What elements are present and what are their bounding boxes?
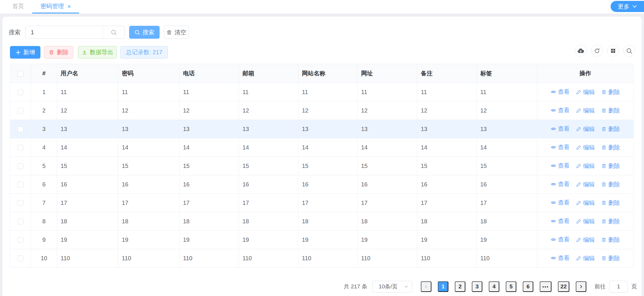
- goto-page-input[interactable]: [609, 281, 628, 292]
- row-checkbox[interactable]: [18, 182, 23, 188]
- page-size-select[interactable]: 10条/页: [373, 281, 412, 292]
- page-button-6[interactable]: 6: [523, 281, 533, 292]
- more-pages-button[interactable]: •••: [540, 281, 551, 292]
- delete-row-button[interactable]: 删除: [601, 236, 620, 244]
- table-row[interactable]: 51515151515151515查看编辑删除: [10, 157, 634, 175]
- row-checkbox-cell: [10, 120, 31, 138]
- row-checkbox[interactable]: [18, 237, 23, 243]
- edit-button[interactable]: 编辑: [576, 181, 595, 188]
- close-icon[interactable]: ×: [67, 3, 71, 9]
- clear-button-label: 清空: [175, 28, 186, 36]
- row-checkbox[interactable]: [18, 108, 23, 114]
- add-button[interactable]: 新增: [10, 46, 40, 59]
- delete-row-button[interactable]: 删除: [601, 181, 620, 188]
- page-button-4[interactable]: 4: [489, 281, 499, 292]
- more-button[interactable]: 更多: [611, 1, 644, 12]
- grid-view-button[interactable]: [607, 45, 619, 57]
- view-button[interactable]: 查看: [551, 88, 570, 96]
- download-icon: [82, 50, 87, 55]
- table-row[interactable]: 61616161616161616查看编辑删除: [10, 175, 634, 194]
- clear-button[interactable]: 清空: [164, 26, 189, 39]
- trash-icon: [601, 237, 607, 242]
- edit-button[interactable]: 编辑: [576, 144, 595, 152]
- table-cell: 11: [358, 83, 417, 101]
- view-button[interactable]: 查看: [551, 180, 570, 188]
- row-checkbox[interactable]: [18, 89, 23, 95]
- row-index: 7: [31, 194, 57, 212]
- search-button[interactable]: 搜索: [129, 26, 160, 39]
- table-row[interactable]: 11111111111111111查看编辑删除: [10, 83, 634, 101]
- table-row[interactable]: 81818181818181818查看编辑删除: [10, 212, 634, 231]
- row-index: 9: [31, 231, 57, 249]
- table-cell: 11: [239, 83, 298, 101]
- table-cell: 16: [358, 175, 417, 194]
- table-row[interactable]: 10110110110110110110110110查看编辑删除: [10, 249, 634, 268]
- view-button[interactable]: 查看: [551, 143, 570, 151]
- view-button[interactable]: 查看: [551, 199, 570, 207]
- row-checkbox[interactable]: [18, 163, 23, 169]
- table-cell: 11: [477, 83, 537, 101]
- trash-icon: [601, 89, 607, 95]
- row-checkbox[interactable]: [18, 219, 23, 224]
- delete-row-button[interactable]: 删除: [601, 144, 620, 152]
- row-checkbox[interactable]: [18, 200, 23, 206]
- table-row[interactable]: 71717171717171717查看编辑删除: [10, 194, 634, 212]
- edit-button[interactable]: 编辑: [576, 199, 595, 207]
- delete-row-button[interactable]: 删除: [601, 107, 620, 115]
- tab-home[interactable]: 首页: [4, 0, 32, 13]
- search-label: 搜索: [9, 28, 21, 36]
- next-page-button[interactable]: [576, 281, 586, 292]
- table-row[interactable]: 21212121212121212查看编辑删除: [10, 101, 634, 120]
- search-button-label: 搜索: [143, 28, 154, 36]
- edit-button[interactable]: 编辑: [576, 217, 595, 225]
- prev-page-button[interactable]: [421, 281, 431, 292]
- view-button[interactable]: 查看: [551, 125, 570, 133]
- table-row[interactable]: 41414141414141414查看编辑删除: [10, 138, 634, 157]
- page-button-22[interactable]: 22: [558, 281, 569, 292]
- delete-row-button[interactable]: 删除: [601, 217, 620, 225]
- row-checkbox[interactable]: [18, 256, 23, 261]
- delete-row-button[interactable]: 删除: [601, 125, 620, 133]
- table-cell: 19: [358, 231, 417, 249]
- delete-row-button[interactable]: 删除: [601, 162, 620, 170]
- view-button[interactable]: 查看: [551, 162, 570, 170]
- view-button[interactable]: 查看: [551, 106, 570, 114]
- edit-button[interactable]: 编辑: [576, 162, 595, 170]
- row-checkbox[interactable]: [18, 126, 23, 132]
- table-cell: 110: [477, 249, 537, 268]
- edit-button[interactable]: 编辑: [576, 254, 595, 262]
- view-button[interactable]: 查看: [551, 236, 570, 244]
- page-button-5[interactable]: 5: [506, 281, 516, 292]
- edit-button[interactable]: 编辑: [576, 107, 595, 115]
- input-search-icon-button[interactable]: [103, 26, 124, 38]
- row-checkbox[interactable]: [18, 145, 23, 151]
- eye-icon: [551, 237, 556, 242]
- edit-button[interactable]: 编辑: [576, 125, 595, 133]
- tab-password-management[interactable]: 密码管理 ×: [32, 0, 79, 13]
- edit-button[interactable]: 编辑: [576, 236, 595, 244]
- cloud-upload-button[interactable]: [575, 45, 587, 57]
- page-button-1[interactable]: 1: [438, 281, 448, 292]
- view-button[interactable]: 查看: [551, 254, 570, 262]
- trash-icon: [601, 256, 607, 261]
- page-button-3[interactable]: 3: [472, 281, 482, 292]
- delete-row-button[interactable]: 删除: [601, 199, 620, 207]
- table-cell: 14: [57, 138, 118, 157]
- search-icon: [134, 30, 140, 35]
- edit-button[interactable]: 编辑: [576, 88, 595, 96]
- delete-row-button[interactable]: 删除: [601, 254, 620, 262]
- page-button-2[interactable]: 2: [455, 281, 465, 292]
- table-cell: 110: [57, 249, 118, 268]
- delete-row-button[interactable]: 删除: [601, 88, 620, 96]
- select-all-checkbox[interactable]: [18, 71, 23, 77]
- search-input[interactable]: [25, 26, 103, 38]
- delete-button[interactable]: 删除: [44, 46, 73, 59]
- table-cell: 19: [477, 231, 537, 249]
- search-toggle-button[interactable]: [623, 45, 635, 57]
- view-button[interactable]: 查看: [551, 217, 570, 225]
- column-header-7: 备注: [417, 64, 477, 83]
- table-row[interactable]: 91919191919191919查看编辑删除: [10, 231, 634, 249]
- export-button[interactable]: 数据导出: [78, 46, 117, 59]
- table-row[interactable]: 31313131313131313查看编辑删除: [10, 120, 634, 138]
- refresh-button[interactable]: [591, 45, 603, 57]
